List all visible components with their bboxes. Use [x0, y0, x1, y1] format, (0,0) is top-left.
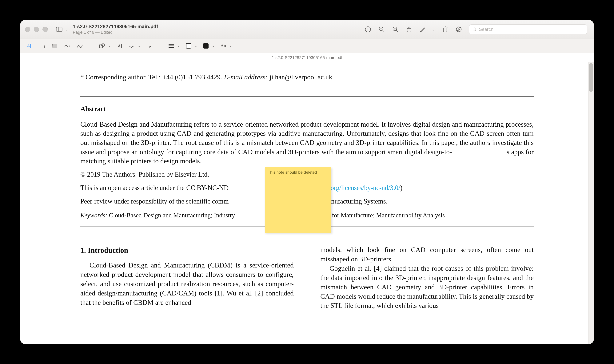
- pdf-page: * Corresponding author. Tel.: +44 (0)151…: [42, 62, 572, 310]
- info-icon[interactable]: [365, 26, 371, 33]
- right-paragraph-1: models, which look fine on CAD computer …: [320, 245, 534, 264]
- search-icon: [472, 27, 477, 32]
- right-paragraph-2: Goguelin et al. [4] claimed that the roo…: [320, 264, 534, 311]
- svg-point-24: [102, 44, 105, 47]
- border-color-tool[interactable]: [185, 42, 192, 50]
- window-controls: [25, 27, 48, 32]
- rotate-icon[interactable]: [442, 26, 448, 33]
- abstract-body: Cloud-Based Design and Manufacturing ref…: [80, 120, 534, 166]
- document-filename: 1-s2.0-S2212827119305165-main.pdf: [73, 24, 158, 29]
- corresponding-prefix: * Corresponding author. Tel.: +44 (0)151…: [80, 73, 224, 81]
- svg-line-6: [383, 30, 384, 32]
- svg-rect-21: [52, 44, 57, 48]
- minimize-window-button[interactable]: [34, 27, 39, 32]
- close-window-button[interactable]: [25, 27, 30, 32]
- markup-toolbar: A ⌄ A ⌄ ⌄ ⌄: [20, 39, 594, 53]
- scrollbar-thumb[interactable]: [589, 63, 593, 92]
- svg-point-4: [368, 28, 368, 28]
- two-column-body: 1. Introduction Cloud-Based Design and M…: [80, 245, 534, 311]
- search-field[interactable]: [469, 24, 587, 34]
- titlebar: ⌄ 1-s2.0-S2212827119305165-main.pdf Page…: [20, 20, 594, 39]
- app-window: ⌄ 1-s2.0-S2212827119305165-main.pdf Page…: [20, 20, 594, 344]
- toolbar-right: ⌄: [365, 24, 587, 34]
- document-title-block: 1-s2.0-S2212827119305165-main.pdf Page 1…: [73, 24, 158, 35]
- right-column: models, which look fine on CAD computer …: [320, 245, 534, 311]
- note-tool[interactable]: [145, 42, 153, 50]
- share-icon[interactable]: [406, 26, 413, 33]
- sketch-tool[interactable]: [64, 42, 71, 50]
- text-tool[interactable]: A: [115, 42, 123, 50]
- text-selection-tool[interactable]: A: [26, 42, 33, 50]
- rectangular-selection-tool[interactable]: [38, 42, 46, 50]
- svg-rect-28: [147, 44, 151, 48]
- chevron-down-icon[interactable]: ⌄: [212, 44, 214, 48]
- chevron-down-icon[interactable]: ⌄: [138, 44, 140, 48]
- svg-text:A: A: [118, 44, 120, 48]
- chevron-down-icon[interactable]: ⌄: [108, 44, 110, 48]
- chevron-down-icon[interactable]: ⌄: [177, 44, 180, 48]
- left-column: 1. Introduction Cloud-Based Design and M…: [80, 245, 294, 311]
- document-viewer[interactable]: * Corresponding author. Tel.: +44 (0)151…: [20, 62, 594, 344]
- svg-text:A: A: [27, 43, 30, 48]
- abstract-heading: Abstract: [80, 105, 534, 113]
- fullscreen-window-button[interactable]: [42, 27, 48, 32]
- search-input[interactable]: [479, 27, 584, 32]
- chevron-down-icon[interactable]: ⌄: [229, 44, 232, 48]
- svg-rect-0: [56, 27, 62, 31]
- license-pre: This is an open access article under the…: [80, 184, 229, 192]
- draw-tool[interactable]: [76, 42, 84, 50]
- line-style-tool[interactable]: [167, 42, 175, 50]
- chevron-down-icon[interactable]: ⌄: [195, 44, 197, 48]
- chevron-down-icon[interactable]: ⌄: [432, 27, 435, 31]
- divider: [80, 96, 534, 97]
- font-style-tool[interactable]: Aa: [219, 42, 227, 50]
- svg-line-9: [396, 30, 398, 32]
- zoom-in-icon[interactable]: [392, 26, 399, 33]
- svg-point-16: [473, 28, 475, 30]
- sticky-note-text[interactable]: This note should be deleted: [268, 170, 328, 175]
- vertical-scrollbar[interactable]: [588, 62, 594, 344]
- tab-filename[interactable]: 1-s2.0-S2212827119305165-main.pdf: [272, 55, 342, 60]
- intro-paragraph-1: Cloud-Based Design and Manufacturing (CB…: [80, 261, 294, 307]
- tab-bar: 1-s2.0-S2212827119305165-main.pdf: [20, 53, 594, 62]
- fill-color-tool[interactable]: [202, 42, 210, 50]
- corresponding-author-line: * Corresponding author. Tel.: +44 (0)151…: [80, 73, 534, 81]
- document-page-status: Page 1 of 6 — Edited: [73, 30, 158, 35]
- markup-icon[interactable]: [419, 26, 426, 33]
- sidebar-toggle-button[interactable]: [56, 26, 63, 33]
- email-value: ji.han@liverpool.ac.uk: [268, 73, 332, 81]
- shapes-tool[interactable]: [98, 42, 106, 50]
- zoom-out-icon[interactable]: [378, 26, 385, 33]
- svg-rect-20: [40, 44, 44, 48]
- svg-line-17: [475, 30, 476, 31]
- sticky-note[interactable]: This note should be deleted: [265, 167, 331, 233]
- section-heading-introduction: 1. Introduction: [80, 245, 294, 255]
- email-label: E-mail address:: [224, 73, 268, 81]
- license-post: ): [400, 184, 402, 192]
- redact-tool[interactable]: [51, 42, 58, 50]
- highlight-icon[interactable]: [455, 26, 462, 33]
- sign-tool[interactable]: [128, 42, 136, 50]
- svg-point-15: [456, 27, 461, 32]
- svg-rect-14: [443, 28, 447, 32]
- keywords-label: Keywords:: [80, 212, 107, 219]
- chevron-down-icon[interactable]: ⌄: [65, 27, 68, 31]
